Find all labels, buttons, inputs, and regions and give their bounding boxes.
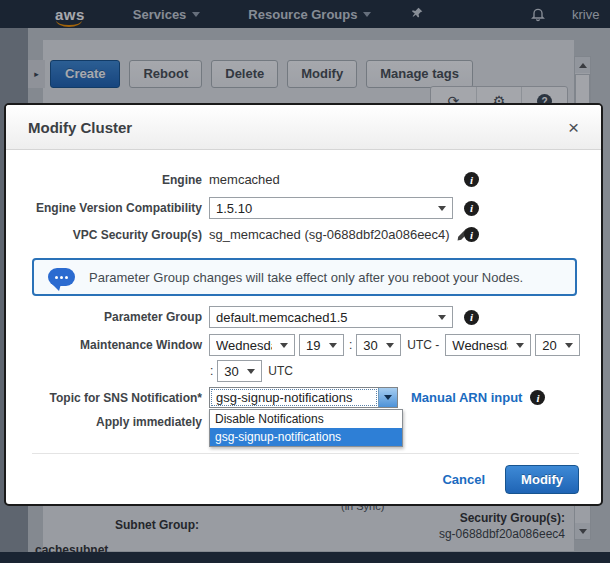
engine-version-selected: 1.5.10 [216,201,430,216]
modal-body: Engine memcached i Engine Version Compat… [6,150,601,429]
info-icon[interactable]: i [464,172,479,187]
reboot-notice-banner: Parameter Group changes will take effect… [32,258,577,296]
info-icon[interactable]: i [464,201,479,216]
dropdown-option-disable-notifications[interactable]: Disable Notifications [210,410,402,428]
sns-topic-combo-wrap: gsg-signup-notifications Disable Notific… [209,387,398,408]
sns-topic-select[interactable]: gsg-signup-notifications [209,387,398,408]
screen: aws Services Resource Groups krive ▸ Cre… [0,0,610,563]
manual-arn-input-link[interactable]: Manual ARN input [411,390,522,405]
maintenance-hour2-value: 20 [542,338,557,353]
sns-topic-field: gsg-signup-notifications Disable Notific… [209,387,545,408]
utc-label: UTC [268,364,293,378]
engine-version-field: 1.5.10 [209,197,453,219]
engine-version-row: Engine Version Compatibility 1.5.10 i [6,197,601,219]
parameter-group-selected: default.memcached1.5 [216,310,430,325]
modal-title: Modify Cluster [28,119,132,136]
reboot-notice-text: Parameter Group changes will take effect… [89,270,523,285]
parameter-group-field: default.memcached1.5 [209,306,453,328]
maintenance-hour1-select[interactable]: 19 [299,334,344,356]
speech-bubble-icon [48,268,75,286]
info-icon[interactable]: i [530,390,545,405]
vpc-security-field: sg_memcached (sg-0688dbf20a086eec4) [209,227,470,242]
apply-immediately-label: Apply immediately [6,415,209,429]
engine-version-label: Engine Version Compatibility [6,201,209,215]
maintenance-window-field: Wednesday 19 : 30 UTC - Wednesday 20 [209,334,591,382]
engine-row: Engine memcached i [6,172,601,187]
modify-submit-button[interactable]: Modify [505,465,579,494]
maintenance-hour1-value: 19 [306,338,321,353]
engine-value: memcached [209,172,280,187]
maintenance-minute1-value: 30 [363,338,378,353]
maintenance-day1-select[interactable]: Wednesday [209,334,295,356]
parameter-group-row: Parameter Group default.memcached1.5 i [6,306,601,328]
sns-topic-dropdown-button[interactable] [378,388,397,407]
utc-separator-label: UTC - [407,338,439,352]
modal-header: Modify Cluster × [6,105,601,150]
chevron-down-icon [329,343,337,348]
parameter-group-select[interactable]: default.memcached1.5 [209,306,453,328]
chevron-down-icon [438,315,446,320]
chevron-down-icon [386,343,394,348]
info-icon[interactable]: i [464,310,479,325]
maintenance-minute2-value: 30 [224,364,239,379]
maintenance-day2-value: Wednesday [452,338,508,353]
modify-cluster-modal: Modify Cluster × Engine memcached i Engi… [4,103,603,506]
maintenance-day1-value: Wednesday [216,338,272,353]
maintenance-day2-select[interactable]: Wednesday [445,334,531,356]
maintenance-minute2-select[interactable]: 30 [217,360,262,382]
engine-field: memcached [209,172,280,187]
vpc-security-label: VPC Security Group(s) [6,228,209,242]
chevron-down-icon [280,343,288,348]
chevron-down-icon [516,343,524,348]
chevron-down-icon [565,343,573,348]
modal-footer: Cancel Modify [32,453,579,505]
sns-topic-row: Topic for SNS Notification* gsg-signup-n… [6,387,601,408]
maintenance-window-label: Maintenance Window [6,334,209,352]
triangle-down-icon [384,395,392,400]
sns-topic-selected: gsg-signup-notifications [211,389,377,406]
parameter-group-label: Parameter Group [6,310,209,324]
chevron-down-icon [438,206,446,211]
dropdown-option-gsg-signup-notifications[interactable]: gsg-signup-notifications [210,428,402,446]
maintenance-hour2-select[interactable]: 20 [535,334,580,356]
info-icon[interactable]: i [464,227,479,242]
time-colon: : [210,364,213,378]
cancel-button[interactable]: Cancel [442,472,485,487]
time-colon: : [349,338,352,352]
chevron-down-icon [247,369,255,374]
vpc-security-row: VPC Security Group(s) sg_memcached (sg-0… [6,227,601,242]
engine-label: Engine [6,173,209,187]
close-icon[interactable]: × [568,118,579,137]
maintenance-minute1-select[interactable]: 30 [356,334,401,356]
vpc-security-value: sg_memcached (sg-0688dbf20a086eec4) [209,227,450,242]
sns-topic-dropdown-list: Disable Notifications gsg-signup-notific… [209,409,403,447]
maintenance-window-row: Maintenance Window Wednesday 19 : 30 UTC… [6,334,601,382]
engine-version-select[interactable]: 1.5.10 [209,197,453,219]
sns-topic-label: Topic for SNS Notification* [6,391,209,405]
